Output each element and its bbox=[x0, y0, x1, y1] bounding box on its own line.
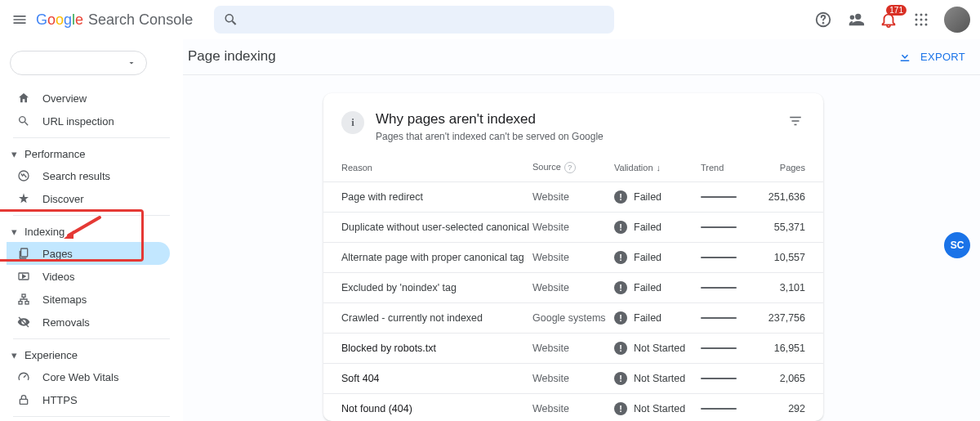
sidebar-section-indexing[interactable]: ▾ Indexing bbox=[7, 221, 170, 242]
info-icon: i bbox=[341, 111, 364, 134]
sidebar-section-label: Performance bbox=[24, 148, 85, 160]
filter-icon[interactable] bbox=[786, 111, 805, 131]
warning-icon: ! bbox=[614, 372, 627, 385]
table-row[interactable]: Page with redirectWebsite!Failed251,636 bbox=[323, 181, 823, 212]
column-pages[interactable]: Pages bbox=[755, 154, 823, 182]
table-row[interactable]: Soft 404Website!Not Started2,065 bbox=[323, 363, 823, 393]
sidebar-item-label: URL inspection bbox=[42, 115, 114, 128]
cell-source: Website bbox=[532, 212, 614, 242]
hamburger-menu[interactable] bbox=[10, 10, 29, 29]
cell-validation: !Not Started bbox=[614, 393, 701, 421]
sidebar-item-url-inspection[interactable]: URL inspection bbox=[7, 110, 170, 132]
sidebar-item-sitemaps[interactable]: Sitemaps bbox=[7, 288, 170, 311]
sidebar-item-core-web-vitals[interactable]: Core Web Vitals bbox=[7, 365, 170, 388]
svg-point-9 bbox=[920, 24, 923, 26]
sidebar-section-experience[interactable]: ▾ Experience bbox=[7, 344, 170, 365]
cell-validation: !Failed bbox=[614, 212, 701, 242]
sidebar-item-pages[interactable]: Pages bbox=[7, 242, 170, 265]
apps-icon[interactable] bbox=[911, 10, 931, 29]
feedback-fab[interactable]: SC bbox=[944, 232, 970, 258]
sparkline bbox=[701, 347, 737, 349]
chart-icon bbox=[16, 169, 31, 182]
notifications-icon[interactable]: 171 bbox=[879, 10, 898, 29]
cell-validation: !Not Started bbox=[614, 363, 701, 393]
svg-point-6 bbox=[920, 19, 923, 21]
table-row[interactable]: Alternate page with proper canonical tag… bbox=[323, 242, 823, 272]
sparkline bbox=[701, 317, 737, 319]
sort-descending-icon: ↓ bbox=[657, 163, 662, 172]
chevron-down-icon bbox=[127, 58, 136, 68]
cell-source: Website bbox=[532, 363, 614, 393]
sidebar-item-videos[interactable]: Videos bbox=[7, 265, 170, 288]
table-row[interactable]: Not found (404)Website!Not Started292 bbox=[323, 393, 823, 421]
cell-pages: 2,065 bbox=[755, 363, 823, 393]
table-row[interactable]: Crawled - currently not indexedGoogle sy… bbox=[323, 302, 823, 333]
cell-reason: Not found (404) bbox=[323, 393, 532, 421]
chevron-down-icon: ▾ bbox=[8, 349, 20, 361]
svg-rect-16 bbox=[25, 302, 29, 304]
table-row[interactable]: Excluded by 'noindex' tagWebsite!Failed3… bbox=[323, 272, 823, 302]
table-row[interactable]: Blocked by robots.txtWebsite!Not Started… bbox=[323, 333, 823, 363]
cell-validation: !Failed bbox=[614, 302, 701, 333]
google-logo: Google bbox=[36, 11, 83, 29]
svg-point-7 bbox=[925, 19, 928, 21]
cell-reason: Blocked by robots.txt bbox=[323, 333, 532, 363]
download-icon bbox=[898, 49, 912, 64]
home-icon bbox=[16, 92, 31, 105]
sidebar-item-label: Pages bbox=[42, 248, 73, 260]
svg-point-10 bbox=[925, 24, 928, 26]
sidebar-item-overview[interactable]: Overview bbox=[7, 87, 170, 110]
speed-icon bbox=[16, 370, 31, 383]
sidebar-section-label: Indexing bbox=[24, 226, 65, 238]
cell-trend bbox=[701, 363, 755, 393]
svg-point-5 bbox=[915, 19, 918, 21]
sidebar-item-https[interactable]: HTTPS bbox=[7, 388, 170, 411]
property-selector[interactable] bbox=[10, 51, 147, 75]
cell-pages: 10,557 bbox=[755, 242, 823, 272]
sitemap-icon bbox=[16, 293, 31, 306]
cell-validation: !Not Started bbox=[614, 333, 701, 363]
sidebar-item-label: Sitemaps bbox=[42, 293, 87, 306]
column-trend[interactable]: Trend bbox=[701, 154, 755, 182]
sidebar-item-removals[interactable]: Removals bbox=[7, 311, 170, 334]
sparkline bbox=[701, 196, 737, 198]
cell-validation: !Failed bbox=[614, 242, 701, 272]
svg-rect-17 bbox=[20, 399, 27, 404]
visibility-off-icon bbox=[16, 316, 31, 329]
column-validation[interactable]: Validation↓ bbox=[614, 154, 701, 182]
indexing-issues-card: i Why pages aren't indexed Pages that ar… bbox=[323, 93, 823, 421]
sidebar-section-performance[interactable]: ▾ Performance bbox=[7, 143, 170, 164]
brand: Google Search Console bbox=[36, 11, 193, 29]
avatar[interactable] bbox=[944, 7, 970, 33]
export-label: EXPORT bbox=[920, 51, 965, 63]
column-reason[interactable]: Reason bbox=[323, 154, 532, 182]
help-icon[interactable]: ? bbox=[564, 162, 576, 173]
card-subtitle: Pages that aren't indexed can't be serve… bbox=[376, 131, 604, 142]
search-input[interactable] bbox=[214, 6, 614, 34]
cell-source: Website bbox=[532, 181, 614, 212]
search-icon bbox=[16, 114, 31, 128]
cell-reason: Page with redirect bbox=[323, 181, 532, 212]
sidebar-item-label: Core Web Vitals bbox=[42, 371, 118, 383]
lock-icon bbox=[16, 393, 31, 406]
card-title: Why pages aren't indexed bbox=[376, 111, 604, 128]
cell-pages: 16,951 bbox=[755, 333, 823, 363]
sidebar-item-search-results[interactable]: Search results bbox=[7, 164, 170, 187]
help-icon[interactable] bbox=[813, 10, 833, 29]
cell-pages: 237,756 bbox=[755, 302, 823, 333]
cell-reason: Duplicate without user-selected canonica… bbox=[323, 212, 532, 242]
cell-pages: 292 bbox=[755, 393, 823, 421]
sparkline bbox=[701, 378, 737, 379]
export-button[interactable]: EXPORT bbox=[898, 49, 965, 64]
cell-reason: Soft 404 bbox=[323, 363, 532, 393]
sidebar-item-label: Removals bbox=[42, 316, 90, 329]
notifications-count: 171 bbox=[886, 5, 906, 16]
table-row[interactable]: Duplicate without user-selected canonica… bbox=[323, 212, 823, 242]
column-source[interactable]: Source? bbox=[532, 154, 614, 182]
cell-trend bbox=[701, 212, 755, 242]
sidebar-item-discover[interactable]: Discover bbox=[7, 187, 170, 210]
svg-point-11 bbox=[19, 171, 29, 181]
sparkline bbox=[701, 287, 737, 289]
people-icon[interactable] bbox=[846, 10, 866, 29]
cell-trend bbox=[701, 242, 755, 272]
